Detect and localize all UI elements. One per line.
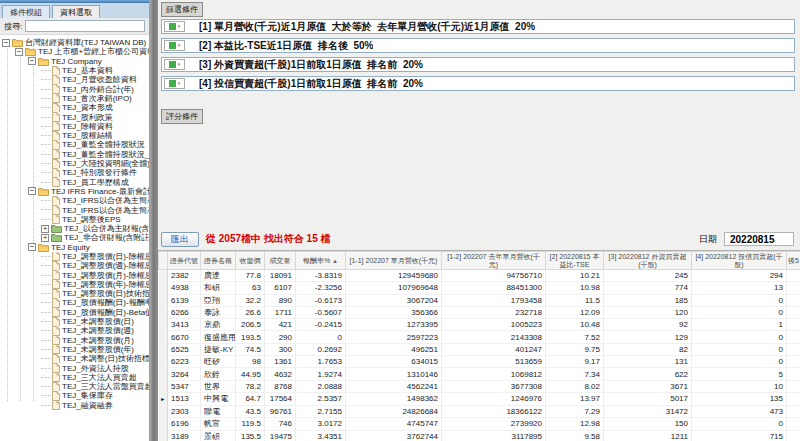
tree-item[interactable]: TEJ_未調整股價(日) <box>0 317 149 326</box>
tree-item[interactable]: TEJ_內外銷合計(年) <box>0 84 149 93</box>
tree-item[interactable]: TEJ_調整股價(日)技術指標 <box>0 289 149 298</box>
row-selector-cell[interactable] <box>159 405 168 417</box>
table-row[interactable]: 3413京鼎206.5421-0.24151273395100522310.48… <box>159 319 800 331</box>
column-header-it[interactable]: [4] 20220812 投信買賣超(千股) <box>692 252 787 270</box>
tree-item[interactable]: TEJ_調整後EPS <box>0 215 149 224</box>
tree-item[interactable]: TEJ_IFRS以合併為主簡表(單季)-全產業 <box>0 205 149 214</box>
row-selector-cell[interactable] <box>159 418 168 430</box>
filter-toggle-button[interactable]: ▾ <box>164 78 185 89</box>
tree-item[interactable]: TEJ_股價報酬(日)-Beta值 <box>0 308 149 317</box>
table-row[interactable]: 4938和碩636107-2.32561079696488845130010.9… <box>159 282 800 294</box>
filter-condition[interactable]: ▾[3] 外資買賣超(千股)1日前取1日原值 排名前 20% <box>161 57 795 72</box>
search-input[interactable] <box>25 20 145 32</box>
tree-item[interactable]: TEJ_董監全體持股狀況 <box>0 140 149 149</box>
tree-item[interactable]: TEJ_基本資料 <box>0 66 149 75</box>
tree-item[interactable]: TEJ_外資法人持股 <box>0 363 149 372</box>
tree-collapse-icon[interactable]: − <box>28 57 36 65</box>
table-row[interactable]: 6223旺矽9813611.76536340155136599.171310 <box>159 356 800 368</box>
filter-condition[interactable]: ▾[4] 投信買賣超(千股)1日前取1日原值 排名前 20% <box>161 76 795 91</box>
tree-item[interactable]: TEJ_董監全體持股狀況_年 <box>0 150 149 159</box>
tree-item[interactable]: TEJ_月營收盈餘資料 <box>0 75 149 84</box>
table-row[interactable]: 3264欣銓44.9546321.9274131014610698127.346… <box>159 368 800 380</box>
tree-expand-icon[interactable]: + <box>41 234 49 242</box>
tree-item[interactable]: −TEJ 上市櫃+曾經上市櫃公司資料庫 <box>0 47 149 56</box>
tree-collapse-icon[interactable]: − <box>28 187 36 195</box>
column-header-rev[interactable]: [1-1] 202207 單月營收(千元) <box>346 252 442 270</box>
tree-item[interactable]: TEJ_員工學歷構成 <box>0 177 149 186</box>
tree-item[interactable]: TEJ_未調整(日)技術指標 <box>0 354 149 363</box>
column-header-more[interactable]: 後5 <box>787 252 800 270</box>
tree-expand-icon[interactable]: + <box>41 225 49 233</box>
export-button[interactable]: 匯出 <box>161 232 199 247</box>
tree-item[interactable]: TEJ_調整股價(月)-除權息調整 <box>0 270 149 279</box>
column-header-ret[interactable]: 報酬率% ▲ <box>296 252 346 270</box>
column-header-vol[interactable]: 成交量 <box>265 252 296 270</box>
table-row[interactable]: 2303聯電43.5967612.715524826684183661227.2… <box>159 405 800 417</box>
filter-toggle-button[interactable]: ▾ <box>164 21 185 32</box>
column-header-revly[interactable]: [1-2] 202207 去年單月營收(千元) <box>442 252 546 270</box>
row-selector-cell[interactable] <box>159 380 168 392</box>
row-selector-cell[interactable] <box>159 343 168 355</box>
table-row[interactable]: 3189景碩135.5194753.4351376274431178959.58… <box>159 430 800 441</box>
tree-item[interactable]: TEJ_集保庫存 <box>0 391 149 400</box>
tree-item[interactable]: TEJ_大陸投資明細(全體) <box>0 159 149 168</box>
tree-item[interactable]: −TEJ Company <box>0 57 149 66</box>
tab-data-select[interactable]: 資料選取 <box>52 5 100 18</box>
filter-condition[interactable]: ▾[2] 本益比-TSE近1日原值 排名後 50% <box>161 38 795 53</box>
table-row[interactable]: 6525捷敏-KY74.53000.26924962514012479.7582… <box>159 343 800 355</box>
filter-toggle-button[interactable]: ▾ <box>164 59 185 70</box>
filter-toggle-button[interactable]: ▾ <box>164 40 185 51</box>
tree-item[interactable]: TEJ_未調整股價(週) <box>0 326 149 335</box>
tree-item[interactable]: +TEJ_非合併財報(含附註) <box>0 233 149 242</box>
tree-item[interactable]: TEJ_IFRS以合併為主簡表(累計)-全產業 <box>0 196 149 205</box>
filter-condition[interactable]: ▾[1] 單月營收(千元)近1月原值 大於等於 去年單月營收(千元)近1月原值 … <box>161 19 795 34</box>
tree-item[interactable]: TEJ_調整股價(日)-除權息調整 <box>0 252 149 261</box>
tree-item[interactable]: TEJ_特別股發行條件 <box>0 168 149 177</box>
tree-collapse-icon[interactable]: − <box>28 243 36 251</box>
table-row[interactable]: 6139亞翔32.2890-0.61733067204179345811.518… <box>159 294 800 306</box>
tree-item[interactable]: TEJ_資本形成 <box>0 103 149 112</box>
row-selector-cell[interactable] <box>159 270 168 282</box>
table-row[interactable]: 2382廣達77.818091-3.8319129459680947567101… <box>159 270 800 282</box>
tree-item[interactable]: +TEJ_以合併為主財報(含附註) <box>0 224 149 233</box>
tree-collapse-icon[interactable]: − <box>2 39 10 47</box>
row-selector-cell[interactable] <box>159 294 168 306</box>
table-row[interactable]: 6266泰詠26.61711-0.560735636623271812.0912… <box>159 306 800 318</box>
row-selector-cell[interactable] <box>159 282 168 294</box>
tree-item[interactable]: −TEJ IFRS Finance-最新會計準則 <box>0 187 149 196</box>
tree-item[interactable]: TEJ_首次承銷(IPO) <box>0 94 149 103</box>
tree-item[interactable]: TEJ_三大法人當盤買賣超 <box>0 382 149 391</box>
tree-item[interactable]: −TEJ Equity <box>0 243 149 252</box>
tree-collapse-icon[interactable]: − <box>15 48 23 56</box>
tree-item[interactable]: TEJ_未調整股價(月) <box>0 336 149 345</box>
tree-item[interactable]: TEJ_股價報酬(日)-報酬率 <box>0 298 149 307</box>
tree-item[interactable]: TEJ_調整股價(週)-除權息調整 <box>0 261 149 270</box>
table-row[interactable]: 6670復盛應用193.52900259722321433087.521290 <box>159 331 800 343</box>
tab-condition-module[interactable]: 條件模組 <box>2 5 50 18</box>
date-picker[interactable]: 20220815 <box>724 232 794 246</box>
tree-item[interactable]: TEJ_除權資料 <box>0 122 149 131</box>
splitter-handle[interactable] <box>150 0 158 441</box>
row-selector-cell[interactable]: ▸ <box>159 392 168 405</box>
row-selector-cell[interactable] <box>159 306 168 318</box>
tree-item[interactable]: TEJ_三大法人買賣超 <box>0 373 149 382</box>
column-header-code[interactable]: 證券代號 <box>168 252 201 270</box>
tree-item[interactable]: TEJ_股利政策 <box>0 112 149 121</box>
row-selector-cell[interactable] <box>159 331 168 343</box>
row-selector-cell[interactable] <box>159 319 168 331</box>
row-selector-cell[interactable] <box>159 356 168 368</box>
row-selector-cell[interactable] <box>159 430 168 441</box>
tree-item[interactable]: TEJ_未調整股價(年) <box>0 345 149 354</box>
tree-item[interactable]: TEJ_股權結構 <box>0 131 149 140</box>
tree-item[interactable]: −台灣財經資料庫(TEJ TAIWAN DB) <box>0 38 149 47</box>
tree-item[interactable]: TEJ_調整股價(年)-除權息調整 <box>0 280 149 289</box>
table-row[interactable]: ▸1513中興電64.7175642.53571498362124697613.… <box>159 392 800 405</box>
column-header-close[interactable]: 收盤價 <box>236 252 265 270</box>
column-header-pe[interactable]: [2] 20220815 本益比-TSE <box>546 252 604 270</box>
tree-item[interactable]: TEJ_融資融券 <box>0 401 149 410</box>
column-header-fi[interactable]: [3] 20220812 外資買賣超(千股) <box>604 252 692 270</box>
column-header-name[interactable]: 證券名稱 <box>201 252 236 270</box>
table-row[interactable]: 5347世界78.287682.0888456224136773088.0236… <box>159 380 800 392</box>
table-row[interactable]: 6196帆宣119.57463.01724745747273992012.981… <box>159 418 800 430</box>
row-selector-cell[interactable] <box>159 368 168 380</box>
